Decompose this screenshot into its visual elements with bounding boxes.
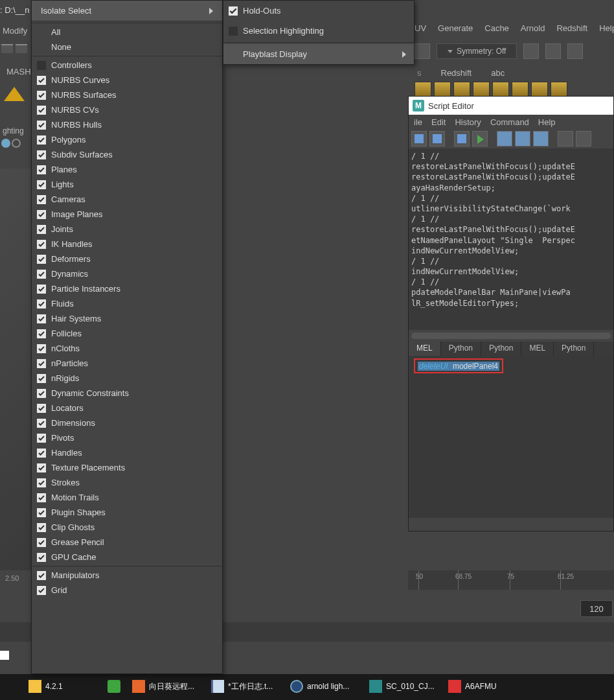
show-item-nurbs-surfaces[interactable]: NURBS Surfaces <box>32 88 222 102</box>
symmetry-dropdown[interactable]: Symmetry: Off <box>437 43 517 59</box>
viewport[interactable] <box>0 169 32 570</box>
camera-icon[interactable] <box>545 43 561 59</box>
show-item-locators[interactable]: Locators <box>32 401 222 415</box>
show-item-fluids[interactable]: Fluids <box>32 296 222 311</box>
show-item-polygons[interactable]: Polygons <box>32 132 222 147</box>
show-item-image-planes[interactable]: Image Planes <box>32 207 222 222</box>
se-menu-file[interactable]: ile <box>414 117 422 127</box>
show-item-dynamic-constraints[interactable]: Dynamic Constraints <box>32 386 222 401</box>
render-icon[interactable] <box>567 43 583 59</box>
selection-highlighting-item[interactable]: Selection Highlighting <box>223 21 414 41</box>
show-item-texture-placements[interactable]: Texture Placements <box>32 460 222 475</box>
menu-cache[interactable]: Cache <box>484 23 509 33</box>
checkbox-icon <box>37 76 46 85</box>
se-menu-help[interactable]: Help <box>538 117 556 127</box>
show-item-deformers[interactable]: Deformers <box>32 251 222 266</box>
shelf-tab-abc[interactable]: abc <box>491 68 505 78</box>
show-item-lights[interactable]: Lights <box>32 177 222 192</box>
shelf-tab-redshift[interactable]: Redshift <box>441 68 472 78</box>
timeline[interactable]: 5068.757581.25 <box>408 570 614 590</box>
script-tab-python-2[interactable]: Python <box>481 342 521 356</box>
show-item-gpu-cache[interactable]: GPU Cache <box>32 550 222 565</box>
show-item-handles[interactable]: Handles <box>32 445 222 460</box>
checkbox-icon <box>37 404 46 413</box>
show-input-icon[interactable] <box>576 131 591 146</box>
script-editor-titlebar[interactable]: M Script Editor <box>409 97 613 115</box>
show-item-subdiv-surfaces[interactable]: Subdiv Surfaces <box>32 147 222 162</box>
clear-history-icon[interactable] <box>497 131 512 146</box>
save-all-icon[interactable] <box>429 131 445 146</box>
show-item-dynamics[interactable]: Dynamics <box>32 266 222 281</box>
taskbar-item[interactable]: SC_010_CJ... <box>364 677 442 697</box>
show-item-grease-pencil[interactable]: Grease Pencil <box>32 535 222 550</box>
menu-uv[interactable]: UV <box>415 23 426 33</box>
cone-shelf-icon[interactable] <box>3 84 26 108</box>
menu-arnold[interactable]: Arnold <box>521 23 545 33</box>
show-history-icon[interactable] <box>558 131 573 146</box>
show-item-follicles[interactable]: Follicles <box>32 326 222 341</box>
script-tab-python-1[interactable]: Python <box>441 342 481 356</box>
show-item-cameras[interactable]: Cameras <box>32 192 222 207</box>
scrollbar[interactable] <box>411 332 611 339</box>
show-item-ncloths[interactable]: nCloths <box>32 341 222 356</box>
menu-generate[interactable]: Generate <box>438 23 473 33</box>
script-input[interactable]: deleteUI modelPanel4 <box>409 356 613 518</box>
show-item-clip-ghosts[interactable]: Clip Ghosts <box>32 520 222 535</box>
sync-icon[interactable] <box>12 139 21 148</box>
show-all-item[interactable]: All <box>32 25 222 40</box>
taskbar-item[interactable]: 向日葵远程... <box>127 677 205 697</box>
mash-tab[interactable]: MASH <box>6 67 31 76</box>
frame-counter[interactable]: 120 <box>580 600 613 617</box>
save-icon[interactable] <box>411 131 427 146</box>
holdouts-item[interactable]: Hold-Outs <box>223 1 414 21</box>
show-item-ik-handles[interactable]: IK Handles <box>32 237 222 251</box>
taskbar-item[interactable] <box>102 677 126 697</box>
show-item-joints[interactable]: Joints <box>32 222 222 237</box>
show-item-nurbs-hulls[interactable]: NURBS Hulls <box>32 117 222 132</box>
taskbar-item[interactable]: 4.2.1 <box>23 677 101 697</box>
playblast-display-item[interactable]: Playblast Display <box>223 44 414 64</box>
taskbar-item[interactable]: *工作日志.t... <box>206 677 284 697</box>
show-item-controllers[interactable]: Controllers <box>32 58 222 73</box>
menu-redshift[interactable]: Redshift <box>556 23 587 33</box>
se-menu-edit[interactable]: Edit <box>431 117 446 127</box>
show-item-nurbs-curves[interactable]: NURBS Curves <box>32 73 222 88</box>
show-item-strokes[interactable]: Strokes <box>32 475 222 490</box>
se-menu-history[interactable]: History <box>455 117 481 127</box>
grid-icon[interactable] <box>523 43 539 59</box>
show-item-particle-instancers[interactable]: Particle Instancers <box>32 281 222 296</box>
clear-input-icon[interactable] <box>515 131 530 146</box>
show-item-planes[interactable]: Planes <box>32 162 222 177</box>
open-icon[interactable] <box>454 131 470 146</box>
pin-icon[interactable] <box>1 139 10 148</box>
se-menu-command[interactable]: Command <box>490 117 529 127</box>
menu-help[interactable]: Help <box>599 23 614 33</box>
isolate-select-item[interactable]: Isolate Select <box>32 1 222 21</box>
show-grid-item[interactable]: Grid <box>32 583 222 598</box>
show-item-pivots[interactable]: Pivots <box>32 430 222 445</box>
show-item-nparticles[interactable]: nParticles <box>32 356 222 371</box>
taskbar-item[interactable]: arnold ligh... <box>285 677 363 697</box>
script-tab-mel-0[interactable]: MEL <box>409 342 441 356</box>
script-editor-toolbar <box>409 129 613 148</box>
show-item-dimensions[interactable]: Dimensions <box>32 415 222 430</box>
folder-icon[interactable] <box>1 44 13 53</box>
modify-menu[interactable]: Modify <box>3 26 27 36</box>
clear-all-icon[interactable] <box>533 131 549 146</box>
show-item-nrigids[interactable]: nRigids <box>32 371 222 386</box>
script-output[interactable]: / 1 // restoreLastPanelWithFocus();updat… <box>409 148 613 330</box>
show-item-nurbs-cvs[interactable]: NURBS CVs <box>32 102 222 117</box>
script-tab-mel-3[interactable]: MEL <box>521 342 554 356</box>
show-item-plugin-shapes[interactable]: Plugin Shapes <box>32 505 222 520</box>
taskbar-item[interactable]: A6AFMU <box>443 677 521 697</box>
folder-open-icon[interactable] <box>16 44 27 53</box>
show-item-hair-systems[interactable]: Hair Systems <box>32 311 222 326</box>
checkbox-icon <box>37 240 46 249</box>
show-item-motion-trails[interactable]: Motion Trails <box>32 490 222 505</box>
script-tab-python-4[interactable]: Python <box>554 342 594 356</box>
execute-icon[interactable] <box>472 131 488 146</box>
magnet-icon[interactable] <box>415 43 430 59</box>
show-item-label: Clip Ghosts <box>51 522 214 532</box>
show-none-item[interactable]: None <box>32 40 222 54</box>
show-manipulators-item[interactable]: Manipulators <box>32 568 222 583</box>
